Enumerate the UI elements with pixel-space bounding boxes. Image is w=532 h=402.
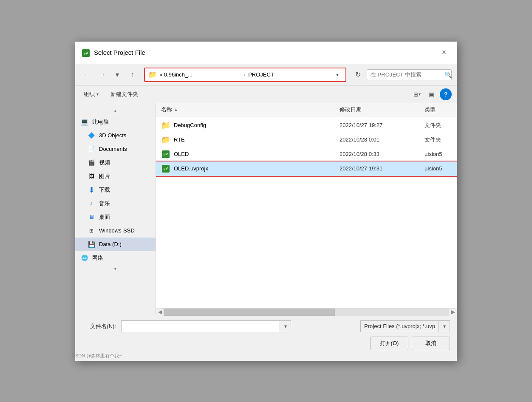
organize-arrow-icon: ▾ [96, 92, 99, 96]
up-button[interactable]: ↑ [126, 68, 139, 81]
organize-label: 组织 [84, 91, 95, 98]
windows-ssd-icon: ⊞ [87, 226, 96, 235]
sidebar-label-3d: 3D Objects [99, 132, 126, 139]
dialog-title: Select Project File [94, 49, 145, 56]
file-row-oled-uvprojx[interactable]: µV OLED.uvprojx 2022/10/27 19:31 µision5 [156, 161, 457, 176]
file-name-oled: OLED [174, 151, 340, 157]
sidebar-scroll-up[interactable]: ▲ [75, 107, 156, 115]
sidebar-item-video[interactable]: 🎬 视频 [75, 156, 156, 170]
documents-icon: 📄 [87, 145, 96, 153]
sidebar-item-3d[interactable]: 🔷 3D Objects [75, 129, 156, 142]
file-date-oled-uvprojx: 2022/10/27 19:31 [340, 165, 424, 172]
file-row-rte[interactable]: 📁 RTE 2022/10/28 0:01 文件夹 [156, 133, 457, 147]
sidebar-item-computer[interactable]: 💻 此电脑 [75, 115, 156, 129]
file-list: 📁 DebugConfig 2022/10/27 19:27 文件夹 📁 RTE… [156, 116, 457, 308]
file-type-debugconfig: 文件夹 [424, 122, 452, 129]
filename-input[interactable] [122, 321, 280, 331]
action-bar-right: ⊞ ▾ ▣ ? [411, 88, 452, 100]
title-bar: µV Select Project File × [75, 42, 457, 64]
filename-dropdown-button[interactable]: ▾ [280, 321, 291, 332]
sidebar-label-music: 音乐 [99, 200, 110, 207]
nav-dropdown-button[interactable]: ▾ [111, 68, 124, 81]
file-name-oled-uvprojx: OLED.uvprojx [174, 165, 340, 172]
file-name-debugconfig: DebugConfig [174, 122, 340, 128]
column-date[interactable]: 修改日期 [340, 106, 424, 113]
keil-icon-oled: µV [161, 150, 170, 159]
downloads-icon: ⬇ [87, 186, 96, 194]
sidebar-label-video: 视频 [99, 159, 110, 167]
file-row-debugconfig[interactable]: 📁 DebugConfig 2022/10/27 19:27 文件夹 [156, 118, 457, 133]
search-input[interactable] [371, 71, 442, 78]
bottom-bar: 文件名(N): ▾ Project Files (*.uvprojx; *.uv… [75, 316, 457, 354]
search-box: 🔍 [367, 69, 452, 80]
view-icon: ⊞ [413, 91, 419, 98]
network-icon: 🌐 [80, 254, 89, 262]
music-icon: ♪ [87, 199, 96, 208]
sidebar-item-network[interactable]: 🌐 网络 [75, 251, 156, 265]
refresh-button[interactable]: ↻ [351, 68, 364, 81]
column-type[interactable]: 类型 [424, 106, 452, 113]
sidebar: ▲ 💻 此电脑 🔷 3D Objects 📄 Documents 🎬 视频 🖼 … [75, 103, 156, 316]
forward-button[interactable]: → [96, 68, 108, 81]
sidebar-item-music[interactable]: ♪ 音乐 [75, 197, 156, 210]
keil-icon-oled-uvprojx: µV [161, 164, 170, 173]
file-type-oled-uvprojx: µision5 [424, 165, 452, 172]
horizontal-scrollbar[interactable]: ◀ ▶ [156, 308, 457, 316]
desktop-icon: 🖥 [87, 213, 96, 221]
address-dropdown-button[interactable]: ▾ [333, 70, 342, 79]
column-name[interactable]: 名称 ▲ [161, 106, 340, 113]
sidebar-item-desktop[interactable]: 🖥 桌面 [75, 210, 156, 224]
video-icon: 🎬 [87, 159, 96, 167]
folder-icon-debugconfig: 📁 [161, 121, 170, 130]
filename-row: 文件名(N): ▾ Project Files (*.uvprojx; *.uv… [82, 320, 450, 332]
column-type-label: 类型 [424, 106, 436, 113]
close-button[interactable]: × [438, 47, 450, 59]
action-buttons-row: 打开(O) 取消 [82, 337, 450, 350]
back-button[interactable]: ← [80, 68, 93, 81]
folder-icon-rte: 📁 [161, 135, 170, 144]
title-bar-left: µV Select Project File [82, 48, 145, 57]
action-bar: 组织 ▾ 新建文件夹 ⊞ ▾ ▣ ? [75, 86, 457, 103]
address-path2: PROJECT [248, 71, 330, 78]
search-icon: 🔍 [444, 71, 452, 78]
sidebar-item-windows-ssd[interactable]: ⊞ Windows-SSD [75, 224, 156, 238]
cancel-button[interactable]: 取消 [412, 337, 450, 350]
organize-button[interactable]: 组织 ▾ [80, 89, 102, 100]
sidebar-label-network: 网络 [92, 254, 103, 262]
filename-input-wrapper: ▾ [121, 320, 291, 332]
main-area: ▲ 💻 此电脑 🔷 3D Objects 📄 Documents 🎬 视频 🖼 … [75, 103, 457, 316]
sidebar-label-documents: Documents [99, 146, 127, 152]
pane-button[interactable]: ▣ [425, 88, 437, 100]
sidebar-item-data-d[interactable]: 💾 Data (D:) [75, 238, 156, 251]
scroll-thumb[interactable] [164, 309, 335, 316]
sidebar-item-pictures[interactable]: 🖼 图片 [75, 170, 156, 183]
scroll-right-button[interactable]: ▶ [449, 308, 457, 316]
sidebar-label-data-d: Data (D:) [99, 241, 122, 247]
view-dropdown-icon: ▾ [419, 92, 421, 96]
3d-icon: 🔷 [87, 131, 96, 140]
new-folder-label: 新建文件夹 [110, 91, 138, 98]
column-name-label: 名称 [161, 106, 172, 113]
address-path1: « 0.96inch_... [159, 71, 241, 78]
view-icon-button[interactable]: ⊞ ▾ [411, 88, 423, 100]
navigation-toolbar: ← → ▾ ↑ 📁 « 0.96inch_... › PROJECT ▾ ↻ 🔍 [75, 64, 457, 86]
sidebar-label-downloads: 下载 [99, 186, 110, 194]
filetype-dropdown-button[interactable]: ▾ [439, 321, 450, 332]
new-folder-button[interactable]: 新建文件夹 [107, 89, 141, 100]
open-button[interactable]: 打开(O) [370, 337, 408, 350]
address-bar[interactable]: 📁 « 0.96inch_... › PROJECT ▾ [144, 68, 346, 82]
sidebar-item-documents[interactable]: 📄 Documents [75, 142, 156, 156]
sidebar-label-desktop: 桌面 [99, 213, 110, 221]
help-button[interactable]: ? [440, 88, 452, 100]
sidebar-label-computer: 此电脑 [92, 118, 109, 126]
dialog-window: µV Select Project File × ← → ▾ ↑ 📁 « 0.9… [75, 41, 457, 361]
address-folder-icon: 📁 [148, 71, 157, 79]
data-d-icon: 💾 [87, 240, 96, 249]
scroll-left-button[interactable]: ◀ [156, 308, 164, 316]
file-row-oled[interactable]: µV OLED 2022/10/28 0:33 µision5 [156, 147, 457, 161]
sidebar-item-downloads[interactable]: ⬇ 下载 [75, 183, 156, 197]
pane-icon: ▣ [429, 91, 434, 98]
scroll-track[interactable] [164, 309, 449, 316]
sidebar-scroll-down[interactable]: ▼ [75, 265, 156, 273]
file-type-rte: 文件夹 [424, 136, 452, 144]
